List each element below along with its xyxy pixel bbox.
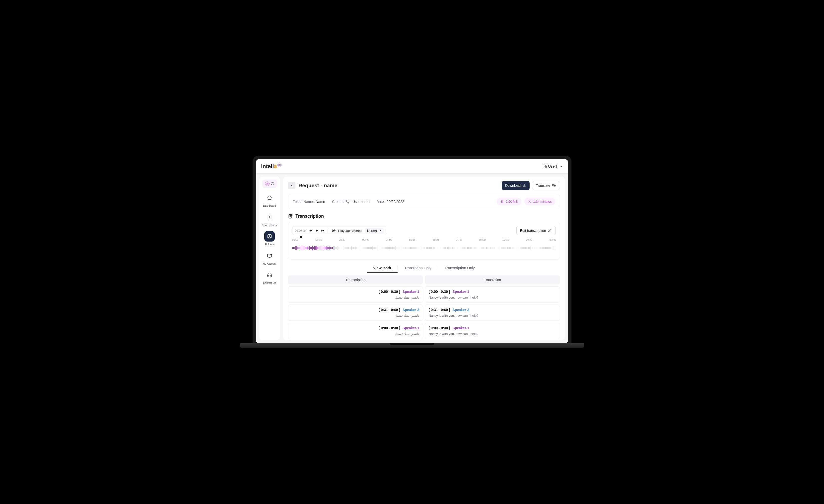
skip-back-icon[interactable] (309, 229, 313, 232)
svg-rect-216 (499, 247, 499, 249)
back-button[interactable] (288, 182, 295, 189)
tick: 01:45 (456, 239, 462, 241)
svg-rect-3 (268, 254, 272, 257)
transcription-icon (288, 214, 293, 219)
play-icon[interactable] (315, 229, 319, 232)
svg-rect-71 (346, 247, 346, 249)
svg-rect-104 (381, 247, 381, 249)
svg-marker-14 (311, 230, 312, 232)
segment-speaker: Speaker-1 (403, 290, 419, 293)
skip-forward-icon[interactable] (321, 229, 325, 232)
topbar: intellavx Hi User! (256, 159, 568, 173)
download-button[interactable]: Download (502, 181, 530, 190)
svg-rect-179 (460, 248, 460, 249)
sidebar-brand-tile[interactable]: vx (262, 179, 277, 188)
svg-rect-102 (379, 247, 379, 249)
svg-rect-43 (316, 246, 317, 250)
svg-rect-257 (542, 247, 542, 249)
segment[interactable]: [ 0:31 - 0:60 ] Speaker-2Nancy is with y… (425, 304, 560, 321)
svg-rect-33 (306, 247, 306, 249)
svg-rect-35 (308, 248, 308, 249)
segment[interactable]: [ 0:00 - 0:30 ] Speaker-1نانسي معك تفضل (288, 286, 423, 302)
segment[interactable]: [ 0:00 - 0:30 ] Speaker-1Nancy is with y… (425, 323, 560, 339)
chevron-down-icon (559, 164, 563, 168)
tab-transcription-only[interactable]: Transcription Only (438, 263, 481, 273)
segment[interactable]: [ 0:00 - 0:30 ] Speaker-1نانسي معك تفضل (288, 323, 423, 339)
sidebar-item-account[interactable]: My Account (261, 251, 279, 265)
svg-rect-103 (380, 247, 380, 249)
svg-marker-17 (323, 230, 324, 232)
svg-rect-117 (395, 247, 395, 249)
svg-rect-264 (549, 247, 550, 249)
transcription-column: Transcription [ 0:00 - 0:30 ] Speaker-1ن… (288, 275, 423, 339)
svg-rect-82 (357, 248, 358, 249)
col-header-translation: Translation (425, 275, 560, 284)
svg-rect-206 (488, 248, 489, 248)
svg-rect-121 (399, 247, 399, 249)
svg-rect-262 (547, 247, 548, 249)
svg-rect-159 (439, 248, 439, 248)
svg-rect-213 (496, 248, 496, 249)
svg-rect-178 (459, 248, 459, 248)
svg-rect-231 (515, 248, 515, 249)
sidebar-item-dashboard[interactable]: Dashboard (261, 193, 279, 208)
playhead-marker[interactable] (300, 236, 302, 238)
user-menu[interactable]: Hi User! (543, 164, 563, 168)
page-title: Request - name (298, 182, 337, 188)
translate-button[interactable]: Translate (532, 181, 560, 190)
svg-rect-147 (426, 247, 426, 249)
edit-transcription-button[interactable]: Edit transcription (516, 226, 556, 235)
speed-select[interactable]: Normal (365, 228, 384, 234)
sidebar-item-contact[interactable]: Contact Us (261, 270, 279, 285)
svg-rect-105 (382, 247, 382, 249)
segment-text: Nancy is with you, how can I help? (429, 332, 556, 336)
svg-rect-32 (305, 247, 305, 249)
svg-rect-96 (373, 247, 373, 250)
svg-rect-69 (344, 247, 344, 249)
waveform-track[interactable] (292, 243, 556, 253)
tab-translation-only[interactable]: Translation Only (398, 263, 438, 273)
player-controls: 00:00:00 Playback Speed (292, 226, 386, 235)
svg-rect-260 (545, 247, 546, 249)
tick: 00:30 (339, 239, 345, 241)
tick: 01:00 (386, 239, 392, 241)
svg-rect-149 (428, 248, 429, 249)
svg-rect-202 (484, 248, 485, 248)
translate-label: Translate (536, 183, 550, 187)
svg-rect-9 (501, 200, 502, 202)
svg-rect-195 (477, 247, 477, 249)
svg-point-2 (269, 235, 270, 237)
segment-speaker: Speaker-1 (403, 326, 419, 330)
segment[interactable]: [ 0:31 - 0:60 ] Speaker-2نانسي معك تفضل (288, 304, 423, 321)
svg-rect-22 (294, 247, 295, 249)
svg-rect-161 (441, 248, 441, 249)
svg-rect-21 (293, 247, 294, 249)
svg-rect-258 (543, 247, 543, 249)
svg-rect-210 (493, 247, 493, 249)
svg-rect-34 (307, 247, 307, 249)
svg-rect-81 (356, 247, 357, 249)
segment-range: [ 0:00 - 0:30 ] (429, 326, 450, 330)
svg-rect-56 (330, 247, 330, 249)
svg-rect-67 (342, 247, 342, 249)
svg-rect-78 (353, 247, 354, 249)
svg-rect-171 (451, 248, 452, 249)
svg-rect-73 (348, 247, 348, 249)
sidebar-item-new-request[interactable]: New Request (261, 212, 279, 227)
refresh-icon (271, 182, 274, 185)
svg-rect-185 (466, 248, 467, 249)
tab-view-both[interactable]: View Both (367, 263, 398, 273)
segment[interactable]: [ 0:00 - 0:30 ] Speaker-1Nancy is with y… (425, 286, 560, 302)
svg-rect-203 (485, 248, 486, 248)
svg-rect-148 (427, 247, 428, 249)
svg-rect-27 (300, 247, 300, 249)
svg-rect-47 (321, 246, 321, 250)
sidebar-item-folders[interactable]: Folders (261, 231, 279, 246)
svg-rect-245 (529, 247, 530, 249)
user-greeting: Hi User! (543, 164, 557, 168)
svg-rect-40 (313, 247, 314, 249)
segment-text: Nancy is with you, how can I help? (429, 295, 556, 299)
svg-rect-154 (433, 247, 434, 249)
svg-rect-87 (363, 247, 364, 249)
svg-rect-177 (457, 248, 458, 249)
